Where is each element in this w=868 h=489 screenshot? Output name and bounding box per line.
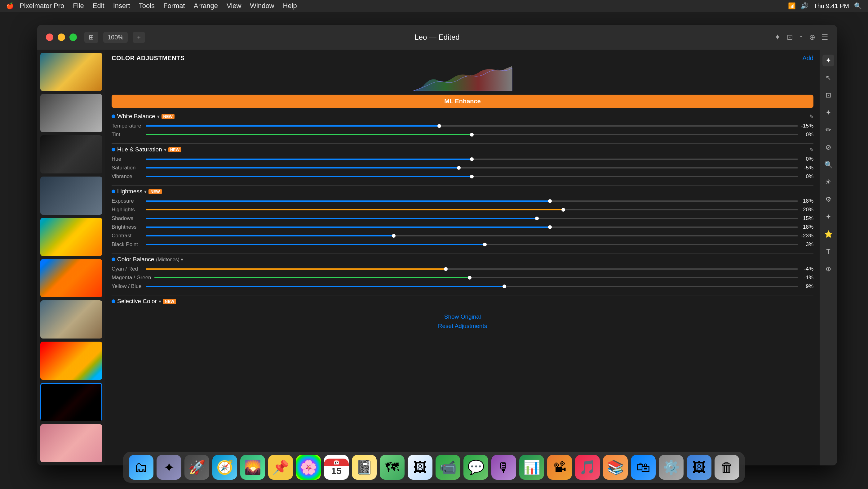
filter-loud[interactable]: Loud (40, 342, 102, 380)
menu-view[interactable]: View (227, 2, 241, 10)
dock-stickies-icon[interactable]: 📌 (268, 455, 293, 480)
temperature-track[interactable] (146, 125, 798, 126)
dock-facetime-icon[interactable]: 📹 (436, 455, 460, 480)
menu-arrange[interactable]: Arrange (194, 2, 218, 10)
add-button[interactable]: + (133, 32, 145, 43)
dock-photos-icon[interactable]: 🌸 (296, 455, 321, 480)
dock-numbers-icon[interactable]: 📊 (519, 455, 544, 480)
filter-calm[interactable]: Calm (40, 300, 102, 339)
text-tool-icon[interactable]: T (823, 246, 834, 258)
dock-maps-icon[interactable]: 🗺 (380, 455, 405, 480)
minimize-button[interactable] (58, 33, 65, 41)
menu-insert[interactable]: Insert (113, 2, 130, 10)
zoom-tool-icon[interactable]: 🔍 (823, 159, 834, 171)
exposure-track[interactable] (146, 200, 798, 202)
maximize-button[interactable] (69, 33, 77, 41)
hue-saturation-title[interactable]: Hue & Saturation ▾ NEW (112, 146, 181, 153)
share-icon[interactable]: ↑ (799, 33, 803, 41)
filter-vibrant[interactable]: Vibrant (40, 218, 102, 256)
close-button[interactable] (46, 33, 53, 41)
erase-tool-icon[interactable]: ⊘ (823, 142, 834, 153)
filter-noir[interactable]: Noir (40, 135, 102, 173)
layer-tool-icon[interactable]: ⭐ (823, 228, 834, 240)
white-balance-edit-icon[interactable]: ✎ (809, 114, 813, 119)
apple-menu-icon[interactable]: 🍎 (6, 2, 14, 10)
dock-music-icon[interactable]: 🎵 (575, 455, 600, 480)
dock-calendar-icon[interactable]: 📅15 (324, 455, 349, 480)
cyan-red-thumb[interactable] (444, 267, 447, 271)
dock-trash-icon[interactable]: 🗑 (715, 455, 739, 480)
dock-siri-icon[interactable]: ✦ (157, 455, 181, 480)
hue-saturation-edit-icon[interactable]: ✎ (809, 147, 813, 153)
view-toggle-button[interactable]: ⊞ (84, 32, 98, 43)
ml-enhance-button[interactable]: ML Enhance (112, 95, 813, 108)
exposure-thumb[interactable] (548, 199, 552, 203)
color-balance-title[interactable]: Color Balance (Midtones) ▾ (112, 256, 183, 263)
black-point-thumb[interactable] (483, 242, 487, 247)
filter-mono[interactable]: Mono (40, 94, 102, 132)
zoom-label[interactable]: 100% (103, 32, 128, 43)
hue-thumb[interactable] (470, 157, 474, 161)
dock-finder-icon[interactable]: 🗂 (129, 455, 153, 480)
dock-launchpad-icon[interactable]: 🚀 (184, 455, 209, 480)
menu-file[interactable]: File (73, 2, 84, 10)
contrast-track[interactable] (146, 235, 798, 236)
cyan-red-track[interactable] (146, 268, 798, 270)
lightness-title[interactable]: Lightness ▾ NEW (112, 188, 162, 195)
export-icon[interactable]: ⊕ (809, 33, 815, 41)
dock-prefs-icon[interactable]: ⚙️ (659, 455, 684, 480)
color-tool-icon[interactable]: ☀ (823, 176, 834, 188)
tint-thumb[interactable] (470, 133, 474, 137)
black-point-track[interactable] (146, 244, 798, 245)
white-balance-title[interactable]: White Balance ▾ NEW (112, 113, 175, 120)
magenta-green-thumb[interactable] (468, 276, 471, 280)
paint-tool-icon[interactable]: ✏ (823, 124, 834, 136)
dock-photos2-icon[interactable]: 🌄 (240, 455, 265, 480)
crop-tool-icon[interactable]: ⊡ (823, 89, 834, 101)
effects-tool-icon[interactable]: ⚙ (823, 194, 834, 205)
search-icon[interactable]: 🔍 (854, 2, 862, 10)
filter-smoky[interactable]: Smoky (40, 177, 102, 215)
yellow-blue-track[interactable] (146, 286, 798, 287)
dock-images-icon[interactable]: 🖼 (408, 455, 432, 480)
hue-track[interactable] (146, 159, 798, 160)
dock-messages-icon[interactable]: 💬 (463, 455, 488, 480)
menu-window[interactable]: Window (250, 2, 274, 10)
transform-tool-icon[interactable]: ✦ (823, 107, 834, 118)
dock-notes-icon[interactable]: 📓 (352, 455, 377, 480)
filter-rosy[interactable]: Rosy (40, 424, 102, 462)
highlights-thumb[interactable] (561, 208, 565, 211)
dock-podcasts-icon[interactable]: 🎙 (491, 455, 516, 480)
filter-vivid[interactable]: Vivid (40, 259, 102, 297)
reset-adjustments-button[interactable]: Reset Adjustments (112, 323, 813, 329)
dock-safari-icon[interactable]: 🧭 (212, 455, 237, 480)
menu-help[interactable]: Help (283, 2, 297, 10)
vibrance-track[interactable] (146, 176, 798, 177)
filter-none[interactable]: None (40, 53, 102, 91)
saturation-track[interactable] (146, 167, 798, 169)
saturation-thumb[interactable] (457, 166, 461, 170)
select-tool-icon[interactable]: ✦ (823, 55, 834, 66)
tint-track[interactable] (146, 134, 798, 135)
menu-app-name[interactable]: Pixelmator Pro (20, 2, 64, 10)
arrow-tool-icon[interactable]: ↖ (823, 72, 834, 84)
wand-icon[interactable]: ✦ (774, 33, 781, 41)
filter-dramatic[interactable]: Dramatic (40, 383, 102, 421)
brightness-thumb[interactable] (548, 225, 552, 229)
vibrance-thumb[interactable] (470, 175, 474, 178)
magenta-green-track[interactable] (154, 277, 798, 278)
dock-books-icon[interactable]: 📚 (603, 455, 628, 480)
brightness-track[interactable] (146, 227, 798, 228)
menu-edit[interactable]: Edit (93, 2, 104, 10)
selective-color-title[interactable]: Selective Color ▾ NEW (112, 298, 176, 305)
yellow-blue-thumb[interactable] (502, 285, 506, 288)
shadows-thumb[interactable] (535, 217, 539, 220)
adj-add-button[interactable]: Add (802, 55, 813, 62)
shadows-track[interactable] (146, 218, 798, 219)
menu-tools[interactable]: Tools (139, 2, 155, 10)
crop-icon[interactable]: ⊡ (787, 33, 793, 41)
add-tool-icon[interactable]: ⊕ (823, 263, 834, 275)
dock-appstore-icon[interactable]: 🛍 (631, 455, 656, 480)
settings-icon[interactable]: ☰ (822, 33, 828, 41)
temperature-thumb[interactable] (437, 124, 441, 128)
